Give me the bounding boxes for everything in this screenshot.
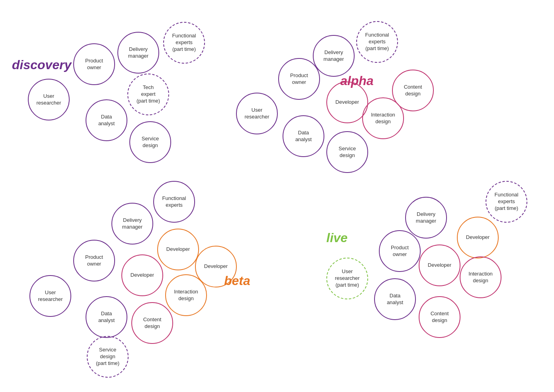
alpha-data-analyst: Dataanalyst [283, 115, 324, 157]
discovery-user-researcher: Userresearcher [28, 79, 70, 120]
live-developer-1: Developer [419, 245, 460, 286]
beta-product-owner: Productowner [73, 240, 115, 281]
live-user-researcher: Userresearcher(part time) [326, 258, 368, 299]
live-developer-2: Developer [457, 217, 499, 258]
beta-service-design: Servicedesign(part time) [87, 336, 129, 378]
live-product-owner: Productowner [379, 230, 421, 272]
discovery-product-owner: Productowner [73, 43, 115, 85]
discovery-label: discovery [12, 58, 71, 72]
beta-content-design: Contentdesign [131, 302, 173, 344]
live-label: live [326, 231, 347, 245]
diagram-container: discovery Userresearcher Productowner Da… [0, 0, 554, 392]
live-functional-experts: Functionalexperts(part time) [486, 181, 527, 223]
alpha-user-researcher: Userresearcher [236, 93, 278, 134]
beta-user-researcher: Userresearcher [29, 275, 71, 317]
live-data-analyst: Dataanalyst [374, 278, 416, 320]
beta-developer-1: Developer [121, 254, 163, 296]
discovery-tech-expert: Techexpert(part time) [127, 74, 169, 115]
discovery-data-analyst: Dataanalyst [86, 99, 127, 141]
alpha-delivery-manager: Deliverymanager [313, 35, 355, 77]
beta-functional-experts: Functionalexperts [153, 181, 195, 223]
beta-developer-3: Developer [195, 246, 237, 287]
live-content-design: Contentdesign [419, 296, 460, 338]
live-interaction-design: Interactiondesign [460, 256, 501, 298]
alpha-product-owner: Productowner [278, 58, 320, 100]
discovery-functional-experts: Functionalexperts(part time) [163, 22, 205, 64]
alpha-service-design: Servicedesign [326, 131, 368, 173]
beta-delivery-manager: Deliverymanager [111, 203, 153, 245]
discovery-delivery-manager: Deliverymanager [117, 32, 159, 74]
live-delivery-manager: Deliverymanager [405, 197, 447, 239]
beta-developer-2: Developer [157, 229, 199, 270]
beta-data-analyst: Dataanalyst [86, 296, 127, 338]
discovery-service-design: Servicedesign [129, 121, 171, 163]
alpha-functional-experts: Functionalexperts(part time) [356, 21, 398, 63]
alpha-interaction-design: Interactiondesign [362, 97, 404, 139]
